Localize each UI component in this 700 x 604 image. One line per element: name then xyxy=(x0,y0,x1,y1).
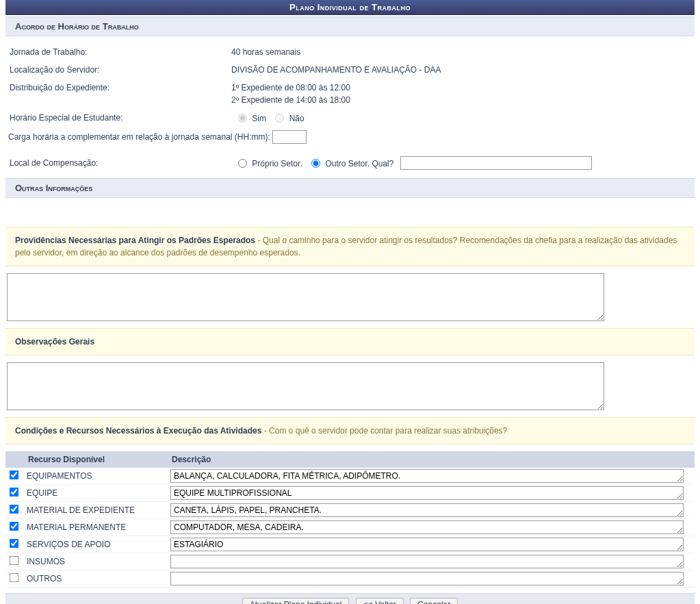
resource-name: OUTROS xyxy=(23,570,166,587)
resource-name: EQUIPAMENTOS xyxy=(23,468,166,485)
resource-desc-input[interactable] xyxy=(170,572,684,586)
local-comp-label: Local de Compensação: xyxy=(8,157,231,169)
resource-desc-input[interactable] xyxy=(170,520,684,534)
resource-desc-input[interactable] xyxy=(170,538,684,551)
table-row: MATERIAL DE EXPEDIENTE xyxy=(5,501,695,518)
resource-checkbox[interactable] xyxy=(10,488,19,497)
voltar-button[interactable]: << Voltar xyxy=(356,598,404,604)
radio-outro-setor[interactable] xyxy=(311,159,320,168)
atualizar-button[interactable]: Atualizar Plano Individual xyxy=(242,598,350,604)
table-row: INSUMOS xyxy=(5,553,695,570)
resource-checkbox[interactable] xyxy=(10,539,19,549)
providencias-title: Providências Necessárias para Atingir os… xyxy=(15,236,255,245)
resource-name: MATERIAL PERMANENTE xyxy=(23,518,166,536)
section-header-outras: Outras Informações xyxy=(5,178,695,198)
jornada-value: 40 horas semanais xyxy=(231,46,692,58)
resource-col-name: Recurso Disponível xyxy=(23,451,166,468)
page-title: Plano Individual de Trabalho xyxy=(5,0,695,15)
table-row: EQUIPAMENTOS xyxy=(5,468,695,485)
radio-proprio-label: Próprio Setor. xyxy=(252,159,302,168)
resource-checkbox[interactable] xyxy=(10,556,19,566)
providencias-help: Providências Necessárias para Atingir os… xyxy=(5,227,695,266)
observacoes-title: Observações Gerais xyxy=(15,337,94,347)
table-row: EQUIPE xyxy=(5,484,695,501)
radio-sim-label: Sim xyxy=(252,114,266,123)
carga-input[interactable] xyxy=(272,130,307,144)
carga-label: Carga horária a complementar em relação … xyxy=(8,131,270,143)
observacoes-help: Observações Gerais xyxy=(5,328,695,355)
expediente-2: 2º Expediente de 14:00 às 18:00 xyxy=(231,94,692,106)
radio-nao-label: Não xyxy=(289,114,304,123)
resource-table: Recurso Disponível Descrição EQUIPAMENTO… xyxy=(5,451,695,588)
expediente-1: 1º Expediente de 08:00 às 12:00 xyxy=(231,81,692,94)
resource-desc-input[interactable] xyxy=(170,555,684,568)
table-row: MATERIAL PERMANENTE xyxy=(5,518,695,536)
radio-proprio-setor[interactable] xyxy=(238,159,247,168)
resource-name: SERVIÇOS DE APOIO xyxy=(23,536,166,553)
radio-sim[interactable] xyxy=(238,114,247,123)
resource-col-desc: Descrição xyxy=(166,451,695,468)
radio-outro-label: Outro Setor. Qual? xyxy=(325,159,393,168)
distribuicao-label: Distribuição do Expediente: xyxy=(8,81,231,94)
resource-name: INSUMOS xyxy=(23,553,166,570)
table-row: OUTROS xyxy=(5,570,695,587)
resource-checkbox[interactable] xyxy=(10,505,19,514)
resource-name: MATERIAL DE EXPEDIENTE xyxy=(23,501,166,518)
outro-setor-input[interactable] xyxy=(400,156,592,170)
horario-especial-label: Horário Especial de Estudante: xyxy=(8,112,231,124)
section-header-acordo: Acordo de Horário de Trabalho xyxy=(5,16,695,36)
condicoes-title: Condições e Recursos Necessários à Execu… xyxy=(15,426,261,436)
resource-desc-input[interactable] xyxy=(170,469,684,483)
section-acordo-body: Jornada de Trabalho: 40 horas semanais L… xyxy=(5,36,695,177)
radio-nao[interactable] xyxy=(275,114,284,123)
jornada-label: Jornada de Trabalho: xyxy=(8,46,231,58)
cancelar-button[interactable]: Cancelar xyxy=(410,598,458,604)
resource-desc-input[interactable] xyxy=(170,486,684,500)
resource-desc-input[interactable] xyxy=(170,503,684,517)
providencias-textarea[interactable] xyxy=(7,273,604,321)
condicoes-desc: - Com o quê o servidor pode contar para … xyxy=(261,426,507,436)
resource-name: EQUIPE xyxy=(23,484,166,501)
table-row: SERVIÇOS DE APOIO xyxy=(5,536,695,553)
button-bar: Atualizar Plano Individual << Voltar Can… xyxy=(5,593,695,604)
observacoes-textarea[interactable] xyxy=(7,362,604,410)
condicoes-help: Condições e Recursos Necessários à Execu… xyxy=(5,417,695,444)
localizacao-label: Localização do Servidor: xyxy=(8,64,231,76)
localizacao-value: DIVISÃO DE ACOMPANHAMENTO E AVALIAÇÃO - … xyxy=(231,64,692,76)
resource-checkbox[interactable] xyxy=(10,470,19,480)
resource-checkbox[interactable] xyxy=(10,522,19,531)
resource-checkbox[interactable] xyxy=(10,573,19,583)
